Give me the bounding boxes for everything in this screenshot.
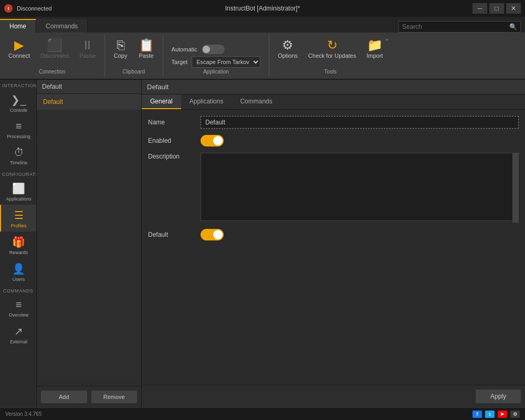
automatic-row: Automatic (172, 45, 261, 54)
automatic-toggle[interactable] (202, 45, 225, 54)
youtube-icon[interactable]: ▶ (498, 411, 507, 418)
sidebar-item-timeline[interactable]: ⏱ Timeline (0, 142, 36, 169)
disconnect-button[interactable]: ⬛ Disconnect (36, 37, 73, 61)
search-input[interactable] (402, 23, 507, 30)
sidebar-item-rewards[interactable]: 🎁 Rewards (0, 232, 36, 258)
name-field[interactable] (201, 116, 519, 129)
app-icon: I (4, 4, 13, 13)
sidebar-item-users[interactable]: 👤 Users (0, 258, 36, 285)
copy-button[interactable]: ⎘ Copy (109, 37, 132, 61)
target-select[interactable]: Escape From Tarkov (192, 56, 260, 68)
detail-tab-general[interactable]: General (142, 94, 181, 109)
import-button[interactable]: 📁 Import (362, 37, 387, 61)
name-field-label: Name (148, 119, 195, 126)
rewards-icon: 🎁 (12, 236, 25, 248)
detail-form: Name Enabled Description Default (142, 110, 525, 385)
facebook-icon[interactable]: f (472, 411, 482, 418)
paste-icon: 📋 (139, 39, 154, 51)
search-icon: 🔍 (509, 23, 517, 30)
sidebar-section-configuration: Configuration (0, 169, 36, 178)
minimize-button[interactable]: ─ (472, 3, 487, 14)
detail-header: Default (142, 80, 525, 94)
ribbon-expand-icon[interactable]: ⌄ (385, 36, 389, 41)
profile-list-panel: Default Default Add Remove (37, 80, 142, 407)
rewards-label: Rewards (9, 250, 28, 255)
overview-icon: ≡ (16, 299, 22, 311)
connection-group-label: Connection (0, 69, 104, 75)
bottom-icons: f t ▶ ⚙ (472, 411, 520, 418)
ribbon-application-group: Automatic Target Escape From Tarkov Appl… (163, 35, 270, 77)
sidebar-item-external[interactable]: ↗ External (0, 321, 36, 348)
processing-label: Processing (7, 134, 30, 139)
disconnect-icon: ⬛ (47, 39, 62, 51)
users-icon: 👤 (12, 262, 25, 275)
settings-icon[interactable]: ⚙ (510, 411, 520, 418)
description-area-wrap (201, 153, 519, 223)
add-profile-button[interactable]: Add (41, 391, 87, 403)
default-field-label: Default (148, 231, 195, 238)
timeline-icon: ⏱ (14, 146, 24, 159)
automatic-label: Automatic (172, 46, 197, 52)
name-row: Name (148, 116, 519, 129)
console-label: Console (10, 108, 27, 113)
description-textarea[interactable] (201, 153, 519, 221)
close-button[interactable]: ✕ (506, 3, 521, 14)
pause-button[interactable]: ⏸ Pause (75, 37, 100, 61)
application-group-label: Application (163, 69, 269, 75)
console-icon: ❯_ (11, 93, 26, 106)
enabled-toggle[interactable] (201, 135, 224, 146)
processing-icon: ≡ (16, 120, 22, 132)
sidebar-item-overview[interactable]: ≡ Overview (0, 295, 36, 321)
sidebar-item-console[interactable]: ❯_ Console (0, 89, 36, 116)
timeline-label: Timeline (10, 160, 28, 165)
tab-bar: Home Commands 🔍 (0, 17, 525, 33)
sidebar-item-profiles[interactable]: ☰ Profiles (0, 205, 36, 232)
import-icon: 📁 (367, 39, 383, 51)
default-toggle[interactable] (201, 229, 224, 240)
ribbon-connection-group: ▶ Connect ⬛ Disconnect ⏸ Pause Connectio… (0, 35, 105, 77)
sidebar-section-interaction: Interaction (0, 80, 36, 89)
profiles-icon: ☰ (14, 209, 24, 222)
apply-wrap: Apply (142, 385, 525, 407)
external-label: External (10, 339, 27, 344)
main-area: Interaction ❯_ Console ≡ Processing ⏱ Ti… (0, 80, 525, 407)
title-bar-controls: ─ □ ✕ (472, 3, 521, 14)
twitter-icon[interactable]: t (485, 411, 495, 418)
tools-group-label: Tools (269, 69, 391, 75)
detail-tab-commands[interactable]: Commands (232, 94, 280, 109)
description-scrollbar[interactable] (512, 153, 519, 223)
profile-item-default[interactable]: Default (37, 94, 141, 110)
profile-list-header: Default (37, 80, 141, 94)
title-bar-left: I Disconnected (4, 4, 52, 13)
sidebar: Interaction ❯_ Console ≡ Processing ⏱ Ti… (0, 80, 37, 407)
remove-profile-button[interactable]: Remove (91, 391, 138, 403)
sidebar-item-applications[interactable]: ⬜ Applications (0, 178, 36, 205)
enabled-field-label: Enabled (148, 137, 195, 144)
paste-button[interactable]: 📋 Paste (134, 37, 159, 61)
tab-commands[interactable]: Commands (36, 19, 88, 33)
ribbon-clipboard-group: ⎘ Copy 📋 Paste Clipboard (105, 35, 163, 77)
title-bar: I Disconnected InstructBot [Administrato… (0, 0, 525, 17)
target-row: Target Escape From Tarkov (172, 56, 261, 68)
window-title: InstructBot [Administrator]* (225, 5, 300, 12)
default-row: Default (148, 229, 519, 240)
maximize-button[interactable]: □ (489, 3, 504, 14)
options-button[interactable]: ⚙ Options (274, 37, 302, 61)
detail-tab-applications[interactable]: Applications (181, 94, 232, 109)
sidebar-item-processing[interactable]: ≡ Processing (0, 116, 36, 142)
check-updates-icon: ↻ (327, 39, 338, 51)
detail-tabs: General Applications Commands (142, 94, 525, 110)
tab-home[interactable]: Home (0, 19, 36, 33)
connect-icon: ▶ (14, 39, 24, 51)
target-label: Target (172, 59, 188, 65)
connect-button[interactable]: ▶ Connect (4, 37, 34, 61)
check-updates-button[interactable]: ↻ Check for Updates (304, 37, 360, 61)
profile-detail-panel: Default General Applications Commands Na… (142, 80, 525, 407)
users-label: Users (13, 277, 25, 282)
ribbon-tools-group: ⚙ Options ↻ Check for Updates 📁 Import T… (269, 35, 391, 77)
external-icon: ↗ (14, 325, 23, 338)
copy-icon: ⎘ (117, 39, 124, 51)
overview-label: Overview (9, 312, 29, 318)
enabled-row: Enabled (148, 135, 519, 146)
apply-button[interactable]: Apply (476, 390, 521, 403)
